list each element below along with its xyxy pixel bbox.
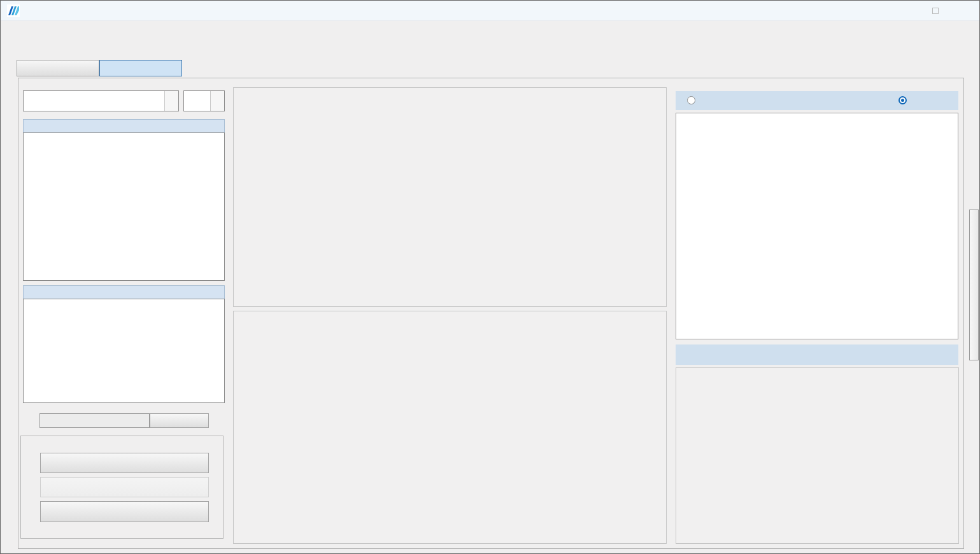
start-button[interactable] — [40, 453, 209, 473]
chevron-down-icon[interactable] — [164, 91, 178, 111]
test-type-select[interactable] — [23, 90, 179, 111]
results-table — [676, 113, 958, 339]
new-button[interactable] — [150, 413, 209, 428]
spectrum-chart — [234, 311, 666, 543]
maximize-icon — [932, 8, 939, 14]
panel-collapse-handle[interactable] — [969, 210, 979, 360]
channel-select-header — [23, 119, 225, 132]
rating-value — [184, 91, 210, 111]
close-button[interactable] — [950, 1, 980, 21]
rating-select[interactable] — [183, 90, 225, 111]
file-list-header — [23, 285, 225, 299]
main-tab-row — [1, 36, 979, 50]
app-logo-icon — [7, 4, 20, 17]
tab-settings[interactable] — [17, 60, 99, 76]
save-button[interactable] — [40, 501, 209, 522]
menu-bar — [1, 21, 979, 36]
file-list — [23, 299, 225, 403]
result-mode-band — [676, 91, 958, 110]
channel-list — [23, 132, 225, 281]
time-history-chart — [234, 88, 666, 306]
nr-chart-panel — [676, 367, 959, 544]
title-bar — [1, 1, 979, 21]
maximize-button[interactable] — [920, 1, 950, 21]
results-table-filler — [676, 113, 958, 339]
nr-chart — [676, 368, 958, 543]
radio-last-result[interactable] — [898, 96, 907, 104]
spectrum-panel — [233, 311, 667, 544]
stop-button[interactable] — [40, 477, 209, 497]
tab-measure[interactable] — [99, 60, 182, 76]
chevron-down-icon[interactable] — [210, 91, 224, 111]
noise-rating-label — [676, 344, 958, 365]
test-name-input[interactable] — [39, 413, 150, 428]
test-type-value — [24, 91, 164, 111]
app-window — [0, 0, 980, 554]
minimize-button[interactable] — [890, 1, 920, 21]
radio-result-list[interactable] — [687, 96, 695, 104]
time-history-panel — [233, 87, 667, 307]
